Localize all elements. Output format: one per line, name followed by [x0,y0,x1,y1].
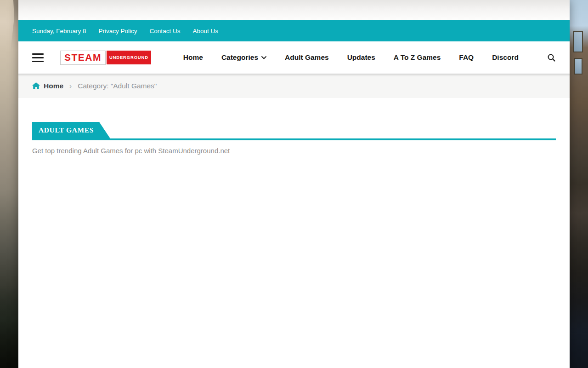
nav-item-faq[interactable]: FAQ [459,53,474,62]
topbar-link-privacy-policy[interactable]: Privacy Policy [99,28,137,34]
section-title-badge: ADULT GAMES [32,122,110,138]
nav-item-categories-label: Categories [221,53,258,62]
topbar-link-contact-us[interactable]: Contact Us [150,28,181,34]
nav-item-categories[interactable]: Categories [221,53,266,62]
topbar: Sunday, February 8 Privacy Policy Contac… [18,20,570,41]
breadcrumb-separator: › [69,82,72,90]
pre-header-strip [18,0,570,20]
breadcrumb-home-link[interactable]: Home [32,82,63,90]
topbar-link-about-us[interactable]: About Us [192,28,218,34]
background-window [573,31,583,52]
site-logo[interactable]: STEAM UNDERGROUND [60,51,151,65]
logo-underground-text: UNDERGROUND [107,51,151,64]
breadcrumb: Home › Category: "Adult Games" [18,74,570,98]
page-container: Sunday, February 8 Privacy Policy Contac… [18,0,570,368]
current-date: Sunday, February 8 [32,28,86,34]
breadcrumb-home-label: Home [44,82,63,90]
hamburger-menu-icon[interactable] [32,53,44,62]
search-icon[interactable] [547,53,556,62]
breadcrumb-current-page: Category: "Adult Games" [78,82,157,90]
background-image-right [570,0,588,368]
background-window [574,58,582,75]
nav-item-discord[interactable]: Discord [492,53,519,62]
home-icon [32,82,40,89]
nav-item-updates[interactable]: Updates [347,53,375,62]
background-image-left [0,0,18,368]
logo-steam-text: STEAM [60,51,106,65]
chevron-down-icon [261,56,266,59]
section-description: Get top trending Adult Games for pc with… [32,147,556,155]
main-navbar: STEAM UNDERGROUND Home Categories Adult … [18,41,570,74]
nav-item-home[interactable]: Home [183,53,203,62]
section-title-bar: ADULT GAMES [32,122,556,140]
primary-nav: Home Categories Adult Games Updates A To… [183,53,519,62]
nav-item-a-to-z-games[interactable]: A To Z Games [394,53,441,62]
main-content: ADULT GAMES Get top trending Adult Games… [18,98,570,368]
nav-item-adult-games[interactable]: Adult Games [285,53,329,62]
